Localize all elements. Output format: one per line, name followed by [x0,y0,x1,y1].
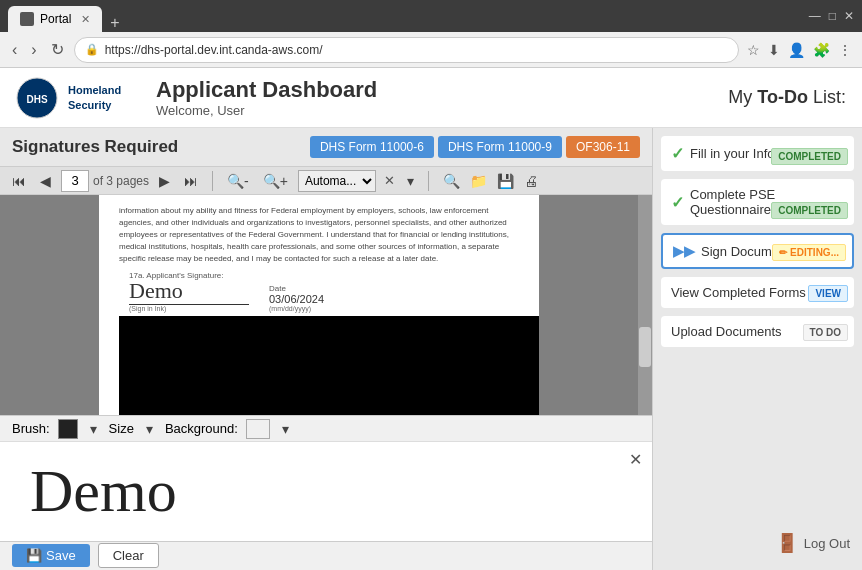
zoom-in-button[interactable]: 🔍+ [259,171,292,191]
brush-color-swatch[interactable] [58,419,78,439]
sig-hint: (Sign in Ink) [129,305,166,312]
org-line2: Security [68,98,121,112]
todo-badge-todo: TO DO [803,324,848,341]
doc-body-text: information about my ability and fitness… [119,205,519,265]
back-button[interactable]: ‹ [8,39,21,61]
window-maximize[interactable]: □ [829,9,836,23]
zoom-clear-button[interactable]: ✕ [382,173,397,188]
org-line1: Homeland [68,83,121,97]
todo-label-view-forms: View Completed Forms [671,285,806,300]
right-panel: ✓ Fill in your Information COMPLETED ✓ C… [652,128,862,570]
bookmark-button[interactable]: ☆ [745,40,762,60]
todo-badge-completed-1: COMPLETED [771,148,848,165]
save-label: Save [46,548,76,563]
first-page-button[interactable]: ⏮ [8,171,30,191]
zoom-select[interactable]: Automa... [298,170,376,192]
download-button[interactable]: ⬇ [766,40,782,60]
close-signature-button[interactable]: ✕ [629,450,642,469]
tab-close-button[interactable]: ✕ [81,13,90,26]
browser-actions: ☆ ⬇ 👤 🧩 ⋮ [745,40,854,60]
todo-item-upload-docs[interactable]: Upload Documents TO DO [661,316,854,347]
refresh-button[interactable]: ↻ [47,38,68,61]
todo-label-upload-docs: Upload Documents [671,324,782,339]
main-layout: Signatures Required DHS Form 11000-6 DHS… [0,128,862,570]
bottom-actions: 💾 Save Clear [0,541,652,570]
svg-text:DHS: DHS [26,94,47,105]
logout-area: 🚪 Log Out [661,524,854,562]
brush-dropdown-button[interactable]: ▾ [86,419,101,439]
signatures-header: Signatures Required DHS Form 11000-6 DHS… [0,128,652,166]
document-area: information about my ability and fitness… [0,195,652,415]
todo-badge-view: VIEW [808,285,848,302]
open-doc-button[interactable]: 📁 [466,171,491,191]
scrollbar[interactable] [638,195,652,415]
prev-page-button[interactable]: ◀ [36,171,55,191]
zoom-out-button[interactable]: 🔍- [223,171,253,191]
check-icon-2: ✓ [671,193,684,212]
background-dropdown-button[interactable]: ▾ [278,419,293,439]
todo-item-fill-info: ✓ Fill in your Information COMPLETED [661,136,854,171]
todo-badge-completed-2: COMPLETED [771,202,848,219]
logout-button[interactable]: Log Out [804,536,850,551]
dropdown-arrow-button[interactable]: ▾ [403,171,418,191]
url-text: https://dhs-portal.dev.int.canda-aws.com… [105,43,323,57]
logo-area: DHS Homeland Security [16,77,146,119]
page-of-label: of 3 pages [93,174,149,188]
signature-row: 17a. Applicant's Signature: Demo (Sign i… [119,271,519,312]
last-page-button[interactable]: ⏭ [180,171,202,191]
applicant-signature-field: 17a. Applicant's Signature: Demo (Sign i… [129,271,249,312]
brush-toolbar: Brush: ▾ Size ▾ Background: ▾ [0,415,652,441]
tab-label: Portal [40,12,71,26]
doc-action-buttons: 🔍 📁 💾 🖨 [439,171,542,191]
save-icon: 💾 [26,548,42,563]
arrow-right-icon: ▶▶ [673,243,695,259]
date-hint: (mm/dd/yyyy) [269,305,324,312]
signature-demo-text: Demo [30,461,177,521]
page-number-input[interactable]: 3 [61,170,89,192]
signature-canvas[interactable]: Demo ✕ [0,441,652,541]
save-button[interactable]: 💾 Save [12,544,90,567]
redacted-content [119,316,539,415]
address-bar[interactable]: 🔒 https://dhs-portal.dev.int.canda-aws.c… [74,37,739,63]
tab-bar: Portal ✕ + [8,0,128,32]
extensions-button[interactable]: 🧩 [811,40,832,60]
security-icon: 🔒 [85,43,99,56]
toolbar-separator-2 [428,171,429,191]
menu-button[interactable]: ⋮ [836,40,854,60]
date-field: Date 03/06/2024 (mm/dd/yyyy) [269,284,324,312]
address-bar-row: ‹ › ↻ 🔒 https://dhs-portal.dev.int.canda… [0,32,862,68]
form-tabs: DHS Form 11000-6 DHS Form 11000-9 OF306-… [310,136,640,158]
todo-item-view-forms[interactable]: View Completed Forms VIEW [661,277,854,308]
search-doc-button[interactable]: 🔍 [439,171,464,191]
header-title-area: Applicant Dashboard Welcome, User [146,77,686,118]
doc-toolbar: ⏮ ◀ 3 of 3 pages ▶ ⏭ 🔍- 🔍+ Automa... ✕ ▾… [0,166,652,195]
logo-text: Homeland Security [68,83,121,112]
save-doc-button[interactable]: 💾 [493,171,518,191]
clear-button[interactable]: Clear [98,543,159,568]
header-subtitle: Welcome, User [156,103,686,118]
page-title: Applicant Dashboard [156,77,686,103]
forward-button[interactable]: › [27,39,40,61]
signatures-title: Signatures Required [12,137,178,157]
new-tab-button[interactable]: + [102,14,127,32]
background-label: Background: [165,421,238,436]
size-dropdown-button[interactable]: ▾ [142,419,157,439]
background-color-swatch[interactable] [246,419,270,439]
profile-button[interactable]: 👤 [786,40,807,60]
tab-dhs-11000-9[interactable]: DHS Form 11000-9 [438,136,562,158]
window-minimize[interactable]: — [809,9,821,23]
left-panel: Signatures Required DHS Form 11000-6 DHS… [0,128,652,570]
tab-dhs-11000-6[interactable]: DHS Form 11000-6 [310,136,434,158]
logout-icon: 🚪 [776,532,798,554]
tab-of306-11[interactable]: OF306-11 [566,136,640,158]
todo-badge-editing: ✏ EDITING... [772,244,846,261]
next-page-button[interactable]: ▶ [155,171,174,191]
active-tab[interactable]: Portal ✕ [8,6,102,32]
window-close[interactable]: ✕ [844,9,854,23]
tab-favicon [20,12,34,26]
date-value: 03/06/2024 [269,293,324,305]
page-navigation: 3 of 3 pages [61,170,149,192]
todo-item-sign-docs[interactable]: ▶▶ Sign Documents ✏ EDITING... [661,233,854,269]
scrollbar-thumb[interactable] [639,327,651,367]
print-doc-button[interactable]: 🖨 [520,171,542,191]
